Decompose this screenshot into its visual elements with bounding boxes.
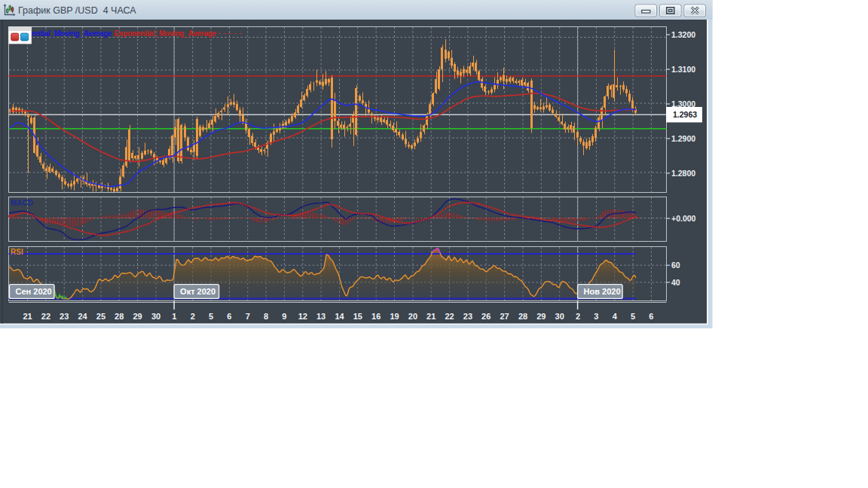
- svg-text:2: 2: [191, 312, 195, 321]
- svg-text:Нов 2020: Нов 2020: [584, 287, 621, 296]
- svg-text:1: 1: [172, 312, 176, 321]
- svg-text:24: 24: [78, 312, 87, 321]
- svg-text:19: 19: [390, 312, 399, 321]
- svg-text:5: 5: [209, 312, 213, 321]
- svg-text:28: 28: [518, 312, 527, 321]
- svg-text:16: 16: [371, 312, 381, 321]
- svg-text:21: 21: [426, 312, 436, 321]
- svg-text:23: 23: [463, 312, 472, 321]
- svg-text:1.3200: 1.3200: [671, 30, 695, 39]
- svg-text:12: 12: [298, 312, 307, 321]
- svg-text:Exponential_Moving_Average: Exponential_Moving_Average: [115, 29, 217, 38]
- svg-text:1.2963: 1.2963: [673, 110, 697, 119]
- svg-text:25: 25: [96, 312, 105, 321]
- svg-text:RSI: RSI: [11, 248, 23, 256]
- svg-text:6: 6: [649, 312, 653, 321]
- svg-text:4: 4: [613, 312, 618, 321]
- svg-text:14: 14: [335, 312, 344, 321]
- svg-text:30: 30: [555, 312, 564, 321]
- svg-text:28: 28: [115, 312, 124, 321]
- svg-text:29: 29: [536, 312, 546, 321]
- svg-text:6: 6: [227, 312, 231, 321]
- svg-text:MACD: MACD: [11, 199, 33, 207]
- svg-text:27: 27: [500, 312, 509, 321]
- svg-text:1.3100: 1.3100: [671, 65, 695, 74]
- svg-text:15: 15: [353, 312, 362, 321]
- svg-text:1.2800: 1.2800: [671, 169, 695, 178]
- svg-text:2: 2: [576, 312, 580, 321]
- svg-text:21: 21: [23, 312, 32, 321]
- svg-text:График GBP /USD 4 ЧАСА: График GBP /USD 4 ЧАСА: [18, 5, 136, 16]
- svg-text:23: 23: [60, 312, 69, 321]
- svg-text:ential_Moving_Average: ential_Moving_Average: [32, 29, 112, 38]
- svg-text:3: 3: [594, 312, 598, 321]
- svg-text:1.2900: 1.2900: [671, 134, 695, 143]
- svg-text:1.3000: 1.3000: [671, 99, 695, 108]
- svg-text:Сен 2020: Сен 2020: [16, 287, 52, 296]
- svg-text:+0.000: +0.000: [671, 214, 696, 223]
- svg-text:22: 22: [445, 312, 454, 321]
- svg-text:20: 20: [408, 312, 417, 321]
- svg-text:26: 26: [481, 312, 491, 321]
- svg-text:Окт 2020: Окт 2020: [180, 287, 215, 296]
- svg-text:40: 40: [671, 278, 680, 287]
- svg-text:29: 29: [133, 312, 142, 321]
- svg-text:7: 7: [246, 312, 250, 321]
- svg-text:60: 60: [671, 261, 680, 270]
- svg-text:13: 13: [316, 312, 326, 321]
- svg-text:9: 9: [282, 312, 286, 321]
- svg-text:5: 5: [631, 312, 635, 321]
- svg-text:8: 8: [264, 312, 268, 321]
- svg-text:22: 22: [41, 312, 50, 321]
- svg-text:30: 30: [151, 312, 160, 321]
